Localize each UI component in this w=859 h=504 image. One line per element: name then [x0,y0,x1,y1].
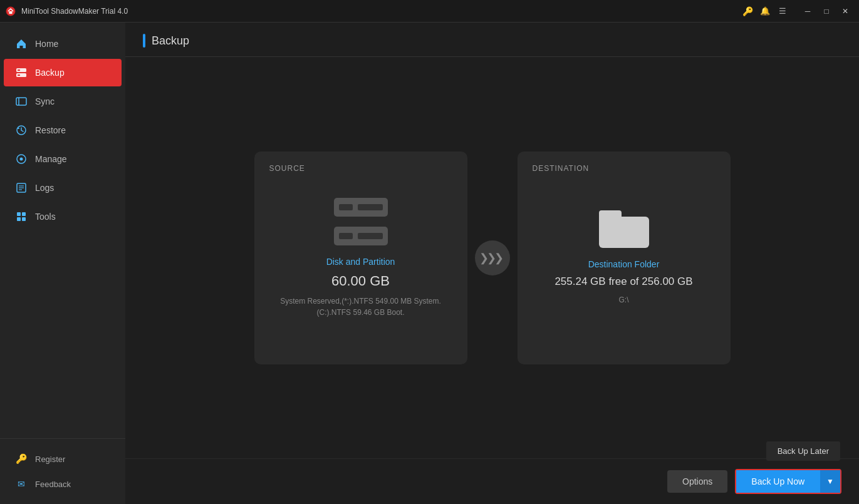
page-header-bar [143,34,145,48]
register-key-icon: 🔑 [15,453,28,465]
sidebar-item-backup[interactable]: Backup [4,59,122,86]
sidebar-item-sync-label: Sync [35,96,55,106]
sync-icon [15,95,28,108]
destination-type-label: Destination Folder [588,259,660,269]
page-title: Backup [152,34,189,48]
bell-icon[interactable]: 🔔 [759,5,771,18]
app-title: MiniTool ShadowMaker Trial 4.0 [21,7,741,16]
svg-rect-1 [9,11,13,14]
minimize-button[interactable]: ─ [799,4,816,19]
titlebar: MiniTool ShadowMaker Trial 4.0 🔑 🔔 ☰ ─ □… [0,0,859,23]
source-type-label: Disk and Partition [326,257,395,267]
backup-panels: SOURCE Disk and Partition 60.00 [125,57,859,458]
sidebar-item-manage-label: Manage [35,154,67,164]
home-icon [15,38,28,50]
sidebar-item-sync[interactable]: Sync [4,88,122,115]
manage-icon [15,153,28,165]
disk-icon [334,198,388,245]
destination-panel[interactable]: DESTINATION Destination Folder 255.24 GB… [518,152,731,364]
svg-rect-3 [18,69,20,71]
app-icon [5,6,16,17]
arrow-circle-icon: ❯❯❯ [475,240,510,275]
menu-icon[interactable]: ☰ [776,5,789,18]
feedback-label: Feedback [35,480,71,489]
main-content: Backup SOURCE [125,23,859,504]
titlebar-extra-icons: 🔑 🔔 ☰ [741,5,789,18]
sidebar-item-home[interactable]: Home [4,30,122,58]
svg-rect-15 [17,212,21,216]
sidebar-register[interactable]: 🔑 Register [4,446,122,471]
sidebar: Home Backup [0,23,125,504]
svg-point-10 [20,158,23,161]
window-controls: ─ □ ✕ [799,4,854,19]
tools-icon [15,210,28,223]
svg-rect-6 [16,98,26,105]
options-button[interactable]: Options [667,470,727,493]
destination-free-space: 255.24 GB free of 256.00 GB [554,275,692,288]
key-icon[interactable]: 🔑 [741,5,754,18]
backup-icon [15,66,28,79]
restore-icon [15,124,28,136]
destination-label: DESTINATION [533,164,590,173]
source-size: 60.00 GB [331,273,390,289]
source-panel[interactable]: SOURCE Disk and Partition 60.00 [254,152,467,364]
svg-rect-16 [22,212,26,216]
source-label: SOURCE [269,164,305,173]
app-body: Home Backup [0,23,859,504]
svg-rect-18 [22,217,26,221]
sidebar-item-restore-label: Restore [35,125,66,135]
sidebar-nav: Home Backup [0,23,125,438]
sidebar-item-restore[interactable]: Restore [4,116,122,144]
feedback-mail-icon: ✉ [15,478,28,490]
logs-icon [15,182,28,194]
page-header: Backup [125,23,859,57]
sidebar-item-logs-label: Logs [35,183,54,193]
svg-rect-17 [17,217,21,221]
sidebar-item-backup-label: Backup [35,68,65,78]
source-details: System Reserved,(*:).NTFS 549.00 MB Syst… [280,296,441,318]
sidebar-feedback[interactable]: ✉ Feedback [4,471,122,496]
svg-rect-5 [18,75,20,76]
destination-icon-area [599,210,649,248]
sidebar-item-tools[interactable]: Tools [4,203,122,230]
backup-button-group: Back Up Later Back Up Now ▼ [735,469,841,494]
maximize-button[interactable]: □ [818,4,835,19]
back-up-now-button[interactable]: Back Up Now [736,470,820,493]
back-up-later-button[interactable]: Back Up Later [766,441,840,461]
sidebar-item-manage[interactable]: Manage [4,145,122,173]
register-label: Register [35,455,65,464]
backup-now-dropdown-button[interactable]: ▼ [820,470,840,493]
sidebar-bottom: 🔑 Register ✉ Feedback [0,438,125,504]
destination-path: G:\ [618,294,628,306]
sidebar-item-tools-label: Tools [35,212,56,222]
folder-icon [599,210,649,248]
bottom-actions: Options Back Up Later Back Up Now ▼ [125,458,859,504]
close-button[interactable]: ✕ [836,4,854,19]
source-icon-area [334,198,388,245]
arrow-connector: ❯❯❯ [467,239,518,277]
sidebar-item-home-label: Home [35,39,58,49]
sidebar-item-logs[interactable]: Logs [4,174,122,202]
